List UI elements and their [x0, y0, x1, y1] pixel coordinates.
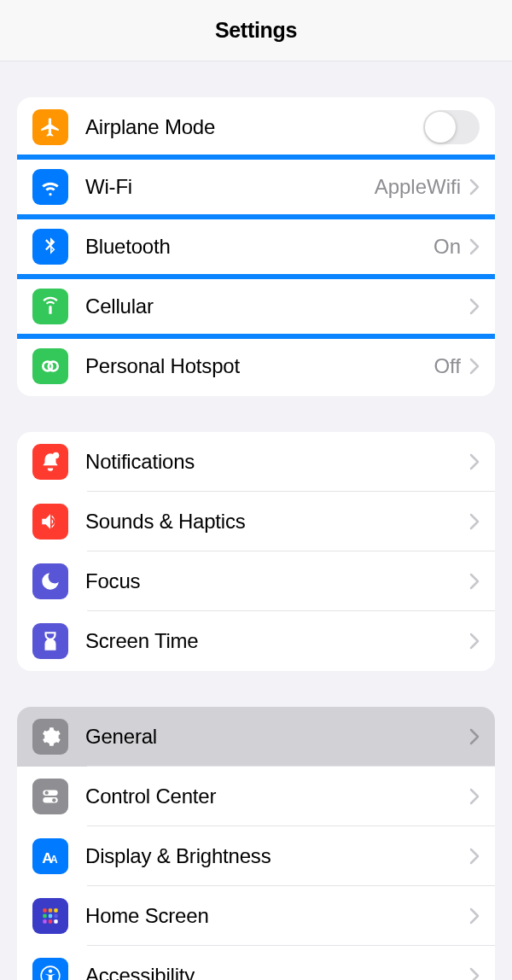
svg-rect-13: [49, 914, 52, 918]
display-icon: AA: [32, 838, 68, 874]
general-icon: [32, 719, 68, 755]
row-label: Sounds & Haptics: [85, 510, 469, 534]
wifi-icon: [32, 169, 68, 205]
row-label: Airplane Mode: [85, 115, 423, 139]
chevron-right-icon: [469, 178, 480, 195]
chevron-right-icon: [469, 513, 480, 530]
chevron-right-icon: [469, 907, 480, 925]
notifications-icon: [32, 444, 68, 480]
row-control-center[interactable]: Control Center: [17, 767, 495, 826]
row-bluetooth[interactable]: Bluetooth On: [17, 217, 495, 277]
svg-rect-17: [54, 919, 57, 923]
svg-text:A: A: [50, 854, 58, 866]
row-label: Focus: [85, 569, 469, 593]
row-value: Off: [433, 354, 461, 378]
svg-rect-12: [43, 914, 46, 918]
chevron-right-icon: [469, 728, 480, 745]
row-general[interactable]: General: [17, 707, 495, 767]
chevron-right-icon: [469, 788, 480, 805]
airplane-toggle[interactable]: [423, 110, 480, 144]
chevron-right-icon: [469, 358, 480, 375]
row-focus[interactable]: Focus: [17, 551, 495, 611]
accessibility-icon: [32, 958, 68, 980]
row-home-screen[interactable]: Home Screen: [17, 886, 495, 946]
row-value: AppleWifi: [375, 175, 461, 199]
row-label: Bluetooth: [85, 235, 433, 259]
row-cellular[interactable]: Cellular: [17, 277, 495, 336]
chevron-right-icon: [469, 633, 480, 650]
svg-rect-14: [54, 914, 57, 918]
row-label: Screen Time: [85, 629, 469, 653]
airplane-icon: [32, 109, 68, 145]
chevron-right-icon: [469, 573, 480, 590]
svg-point-2: [53, 452, 60, 459]
settings-content: Airplane Mode Wi-Fi AppleWifi Bluetooth …: [0, 97, 512, 980]
row-notifications[interactable]: Notifications: [17, 432, 495, 492]
row-label: Notifications: [85, 450, 469, 474]
svg-point-6: [52, 798, 55, 802]
row-value: On: [433, 235, 461, 259]
row-sounds-haptics[interactable]: Sounds & Haptics: [17, 492, 495, 551]
chevron-right-icon: [469, 967, 480, 980]
sounds-icon: [32, 504, 68, 540]
settings-group-connectivity: Airplane Mode Wi-Fi AppleWifi Bluetooth …: [17, 97, 495, 396]
controlcenter-icon: [32, 779, 68, 814]
row-screen-time[interactable]: Screen Time: [17, 611, 495, 671]
homescreen-icon: [32, 898, 68, 934]
screentime-icon: [32, 623, 68, 659]
row-label: Control Center: [85, 785, 469, 808]
cellular-icon: [32, 289, 68, 324]
settings-group-general: General Control Center AA Display & Brig…: [17, 707, 495, 980]
settings-group-notifications: Notifications Sounds & Haptics Focus Scr…: [17, 432, 495, 671]
row-label: Wi-Fi: [85, 175, 375, 199]
header-title: Settings: [215, 18, 297, 43]
row-accessibility[interactable]: Accessibility: [17, 946, 495, 980]
row-label: Cellular: [85, 295, 469, 318]
row-label: Display & Brightness: [85, 844, 469, 868]
svg-rect-10: [49, 908, 52, 912]
row-airplane-mode[interactable]: Airplane Mode: [17, 97, 495, 157]
hotspot-icon: [32, 348, 68, 384]
chevron-right-icon: [469, 848, 480, 865]
row-display-brightness[interactable]: AA Display & Brightness: [17, 826, 495, 886]
svg-rect-9: [43, 908, 46, 912]
bluetooth-icon: [32, 229, 68, 265]
header: Settings: [0, 0, 512, 61]
row-personal-hotspot[interactable]: Personal Hotspot Off: [17, 336, 495, 396]
row-label: General: [85, 725, 469, 749]
svg-rect-11: [54, 908, 57, 912]
row-wifi[interactable]: Wi-Fi AppleWifi: [17, 157, 495, 217]
svg-rect-16: [49, 919, 52, 923]
svg-point-4: [45, 791, 49, 795]
focus-icon: [32, 563, 68, 599]
row-label: Accessibility: [85, 964, 469, 980]
chevron-right-icon: [469, 298, 480, 315]
chevron-right-icon: [469, 238, 480, 255]
svg-point-19: [49, 969, 52, 972]
row-label: Personal Hotspot: [85, 354, 433, 378]
row-label: Home Screen: [85, 904, 469, 928]
chevron-right-icon: [469, 453, 480, 470]
svg-rect-15: [43, 919, 46, 923]
